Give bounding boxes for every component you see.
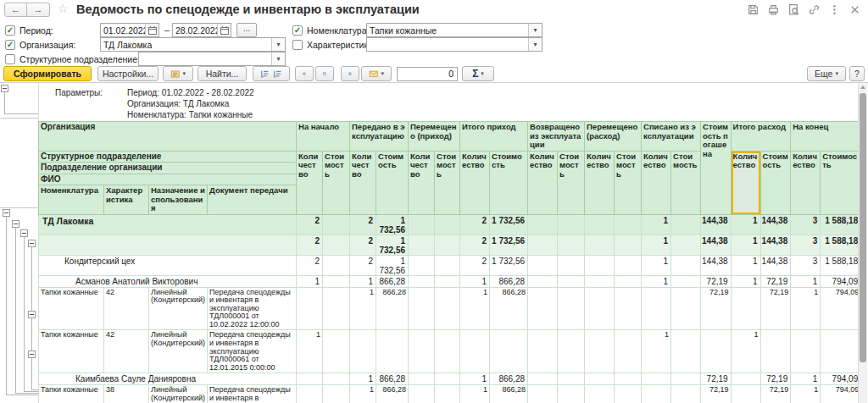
cell-value[interactable]: 1 — [791, 275, 821, 287]
cell-value[interactable]: 2 — [350, 255, 376, 275]
header-subcolumn[interactable]: Стоимость — [323, 151, 350, 214]
cell-value[interactable] — [528, 214, 558, 235]
cell-nomenclature[interactable]: Тапки кожанные — [39, 385, 104, 403]
cell-value[interactable]: 3 — [791, 255, 821, 275]
structural-unit-input[interactable]: ▾ — [138, 52, 286, 66]
collapse-toggle[interactable] — [28, 351, 36, 358]
header-group[interactable]: На начало — [297, 122, 350, 152]
cell-value[interactable] — [409, 287, 435, 330]
nomenclature-input[interactable]: Тапки кожанные ▾ — [366, 23, 542, 37]
cell-value[interactable] — [791, 330, 821, 373]
header-subcolumn[interactable]: Количество — [350, 151, 376, 214]
cell-value[interactable]: 1 — [460, 287, 490, 330]
period-variants-button[interactable]: ... — [236, 23, 257, 37]
cell-value[interactable]: 1 588,18 — [821, 235, 861, 255]
cell-value[interactable]: 1 — [731, 275, 760, 287]
header-subcolumn[interactable]: Стоимость — [671, 151, 701, 214]
cell-value[interactable] — [671, 385, 701, 403]
header-subcolumn[interactable]: Количество — [297, 151, 323, 214]
expand-collapse-groups-buttons[interactable] — [253, 66, 290, 81]
header-subcolumn[interactable]: Стоимость — [376, 151, 409, 214]
cell-characteristic[interactable]: 42 — [104, 287, 149, 330]
header-group[interactable]: Передано в эксплуатацию — [350, 122, 409, 152]
cell-value[interactable]: 3 — [791, 235, 821, 255]
cell-group-label[interactable]: Кондитерский цех — [39, 255, 297, 275]
cell-value[interactable] — [558, 330, 585, 373]
header-subcolumn[interactable]: Количество — [731, 151, 760, 214]
cell-value[interactable] — [323, 373, 350, 385]
cell-group-label[interactable]: Каимбаева Сауле Данияровна — [39, 373, 297, 385]
cell-value[interactable] — [409, 385, 435, 403]
cell-document[interactable]: Передача спецодежды и инвентаря в эксплу… — [208, 385, 297, 403]
cell-value[interactable] — [585, 275, 615, 287]
cell-value[interactable]: 866,28 — [376, 287, 409, 330]
header-subcolumn[interactable]: Количество — [460, 151, 490, 214]
cell-value[interactable]: 1 — [791, 287, 821, 330]
cell-value[interactable]: 794,09 — [821, 287, 861, 330]
cell-value[interactable] — [528, 275, 558, 287]
cell-value[interactable] — [435, 275, 460, 287]
cell-value[interactable] — [731, 287, 760, 330]
cell-value[interactable]: 1 — [642, 255, 671, 275]
cell-value[interactable] — [671, 287, 701, 330]
cell-value[interactable]: 2 — [460, 214, 490, 235]
cell-value[interactable] — [701, 330, 732, 373]
cell-nomenclature[interactable]: Тапки кожанные — [39, 330, 104, 373]
cell-value[interactable] — [585, 330, 615, 373]
more-actions-button[interactable]: Еще ▾ — [807, 66, 846, 81]
cell-value[interactable]: 866,28 — [376, 385, 409, 403]
header-fio[interactable]: ФИО — [39, 174, 297, 185]
cell-group-label[interactable] — [39, 235, 297, 255]
header-group[interactable]: Итого расход — [731, 122, 791, 152]
cell-value[interactable]: 1 — [791, 373, 821, 385]
cell-value[interactable]: 144,38 — [701, 214, 732, 235]
cell-value[interactable] — [615, 275, 642, 287]
header-subcolumn[interactable]: Количество — [528, 151, 558, 214]
cell-value[interactable] — [671, 330, 701, 373]
cell-value[interactable]: 2 — [350, 214, 376, 235]
header-detail-column[interactable]: Назначение использования — [149, 185, 208, 215]
cell-value[interactable] — [528, 287, 558, 330]
cell-value[interactable] — [528, 255, 558, 275]
link-icon[interactable] — [808, 3, 821, 16]
cell-value[interactable] — [585, 235, 615, 255]
cell-value[interactable]: 1 — [731, 330, 760, 373]
chevron-down-icon[interactable]: ▾ — [271, 38, 285, 51]
cell-value[interactable] — [409, 373, 435, 385]
header-group[interactable]: Перемещено (приход) — [409, 122, 460, 152]
cell-value[interactable] — [409, 214, 435, 235]
cell-value[interactable]: 1 — [642, 330, 671, 373]
cell-value[interactable] — [528, 235, 558, 255]
cell-value[interactable] — [323, 235, 350, 255]
cell-value[interactable] — [558, 214, 585, 235]
vertical-scrollbar[interactable] — [858, 83, 867, 403]
cell-value[interactable] — [323, 330, 350, 373]
calendar-icon[interactable] — [217, 24, 231, 36]
cell-value[interactable]: 1 — [350, 275, 376, 287]
save-report-button[interactable] — [341, 66, 359, 81]
cell-value[interactable] — [558, 287, 585, 330]
cell-value[interactable] — [760, 330, 791, 373]
cell-value[interactable]: 794,09 — [821, 385, 861, 403]
save-icon[interactable] — [747, 3, 760, 16]
cell-value[interactable] — [558, 385, 585, 403]
period-checkbox[interactable]: ✓ — [5, 25, 15, 36]
cell-value[interactable]: 2 — [350, 235, 376, 255]
cell-value[interactable] — [323, 214, 350, 235]
cell-value[interactable] — [615, 385, 642, 403]
nomenclature-checkbox[interactable]: ✓ — [292, 25, 303, 36]
more-icon[interactable] — [828, 3, 841, 16]
cell-value[interactable] — [731, 385, 760, 403]
cell-value[interactable] — [528, 373, 558, 385]
header-organization[interactable]: Организация — [39, 122, 297, 152]
collapse-toggle[interactable] — [3, 209, 10, 217]
header-subcolumn[interactable]: Количество — [409, 151, 435, 214]
help-button[interactable]: ? — [849, 66, 865, 81]
header-subcolumn[interactable]: Стоимость — [558, 151, 585, 214]
chevron-down-icon[interactable]: ▾ — [271, 52, 285, 65]
cell-purpose[interactable]: Линейный (Кондитерский) — [149, 330, 208, 373]
cell-characteristic[interactable]: 38 — [104, 385, 149, 403]
cell-value[interactable] — [460, 330, 490, 373]
back-button[interactable]: ← — [4, 3, 27, 17]
cell-value[interactable]: 2 — [297, 255, 323, 275]
